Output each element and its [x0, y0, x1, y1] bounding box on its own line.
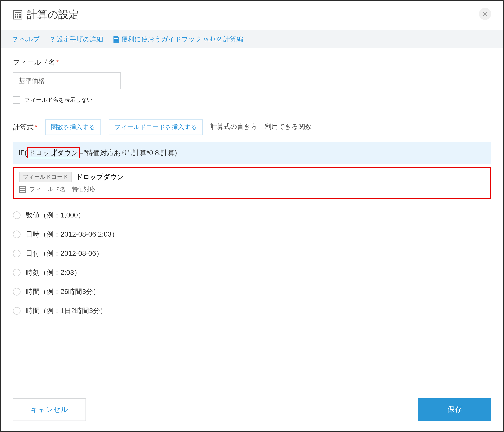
text-caret — [54, 149, 54, 156]
dialog-body-scroll[interactable]: フィールド名* フィールド名を表示しない 計算式* 関数を挿入する フィールドコ… — [1, 48, 503, 388]
fieldname-label: フィールド名* — [13, 57, 491, 67]
required-mark: * — [56, 58, 59, 66]
close-button[interactable]: ✕ — [479, 8, 491, 20]
dialog-header: 計算の設定 ✕ — [1, 1, 503, 27]
document-icon — [114, 36, 119, 43]
dialog-title-wrap: 計算の設定 — [13, 8, 79, 22]
help-link-label: ヘルプ — [19, 35, 40, 44]
radio-label: 数値（例：1,000） — [26, 210, 85, 220]
formula-text-suffix: ="特価対応あり",計算*0.8,計算) — [80, 148, 177, 158]
radio-label: 日付（例：2012-08-06） — [26, 248, 103, 258]
radio-option-duration-dhm[interactable]: 時間（例：1日2時間3分） — [13, 306, 491, 315]
question-icon: ? — [13, 35, 17, 44]
radio-icon — [13, 288, 20, 295]
fieldcode-tooltip-panel: フィールドコード ドロップダウン フィールド名 : 特価対応 — [13, 167, 491, 199]
display-format-radio-group: 数値（例：1,000） 日時（例：2012-08-06 2:03） 日付（例：2… — [13, 210, 491, 315]
formula-highlighted-token: ドロップダウン — [27, 147, 80, 158]
radio-option-date[interactable]: 日付（例：2012-08-06） — [13, 248, 491, 258]
radio-option-duration-hm[interactable]: 時間（例：26時間3分） — [13, 287, 491, 296]
formula-header-row: 計算式* 関数を挿入する フィールドコードを挿入する 計算式の書き方 利用できる… — [13, 119, 491, 135]
radio-icon — [13, 250, 20, 257]
formula-textarea[interactable]: IF(ドロップダウン="特価対応あり",計算*0.8,計算) — [13, 142, 491, 164]
tooltip-fieldname-value: 特価対応 — [72, 185, 96, 193]
help-detail-link[interactable]: ? 設定手順の詳細 — [50, 35, 103, 44]
dialog-title: 計算の設定 — [27, 8, 79, 22]
hide-fieldname-label: フィールド名を表示しない — [25, 96, 93, 104]
radio-icon — [13, 230, 20, 238]
help-link[interactable]: ? ヘルプ — [13, 35, 40, 44]
insert-function-button[interactable]: 関数を挿入する — [45, 119, 101, 135]
hide-fieldname-checkbox[interactable] — [13, 96, 20, 104]
radio-icon — [13, 269, 20, 276]
radio-label: 時刻（例：2:03） — [26, 268, 81, 277]
tooltip-line2: フィールド名 : 特価対応 — [19, 185, 485, 193]
fieldcode-value: ドロップダウン — [76, 173, 124, 182]
available-functions-link[interactable]: 利用できる関数 — [265, 122, 312, 132]
required-mark: * — [35, 123, 37, 131]
hide-fieldname-row: フィールド名を表示しない — [13, 96, 491, 104]
formula-text-prefix: IF( — [18, 149, 27, 157]
radio-icon — [13, 307, 20, 315]
radio-label: 時間（例：26時間3分） — [26, 287, 100, 296]
insert-fieldcode-button[interactable]: フィールドコードを挿入する — [109, 119, 203, 135]
calculator-icon — [13, 10, 22, 19]
help-detail-label: 設定手順の詳細 — [57, 35, 103, 44]
dialog-footer: キャンセル 保存 — [1, 388, 503, 431]
fieldname-input[interactable] — [13, 72, 121, 89]
calculation-settings-dialog: 計算の設定 ✕ ? ヘルプ ? 設定手順の詳細 便利に使おうガイドブック vol… — [0, 0, 504, 432]
radio-option-datetime[interactable]: 日時（例：2012-08-06 2:03） — [13, 230, 491, 239]
close-icon: ✕ — [482, 10, 488, 18]
tooltip-fieldname-label: フィールド名 : — [29, 185, 69, 193]
radio-label: 時間（例：1日2時間3分） — [26, 306, 107, 315]
question-icon: ? — [50, 35, 55, 44]
help-guide-link[interactable]: 便利に使おうガイドブック vol.02 計算編 — [114, 35, 243, 44]
radio-icon — [13, 211, 20, 219]
fieldcode-badge: フィールドコード — [19, 172, 72, 182]
help-guide-label: 便利に使おうガイドブック vol.02 計算編 — [121, 35, 243, 44]
radio-option-number[interactable]: 数値（例：1,000） — [13, 210, 491, 220]
help-bar: ? ヘルプ ? 設定手順の詳細 便利に使おうガイドブック vol.02 計算編 — [1, 30, 503, 48]
tooltip-line1: フィールドコード ドロップダウン — [19, 172, 485, 182]
radio-option-time[interactable]: 時刻（例：2:03） — [13, 268, 491, 277]
formula-label: 計算式* — [13, 122, 37, 132]
cancel-button[interactable]: キャンセル — [13, 398, 86, 421]
field-icon — [19, 186, 26, 193]
formula-syntax-link[interactable]: 計算式の書き方 — [210, 122, 257, 132]
dialog-body-container: フィールド名* フィールド名を表示しない 計算式* 関数を挿入する フィールドコ… — [1, 48, 503, 388]
radio-label: 日時（例：2012-08-06 2:03） — [26, 230, 118, 239]
save-button[interactable]: 保存 — [418, 398, 491, 421]
